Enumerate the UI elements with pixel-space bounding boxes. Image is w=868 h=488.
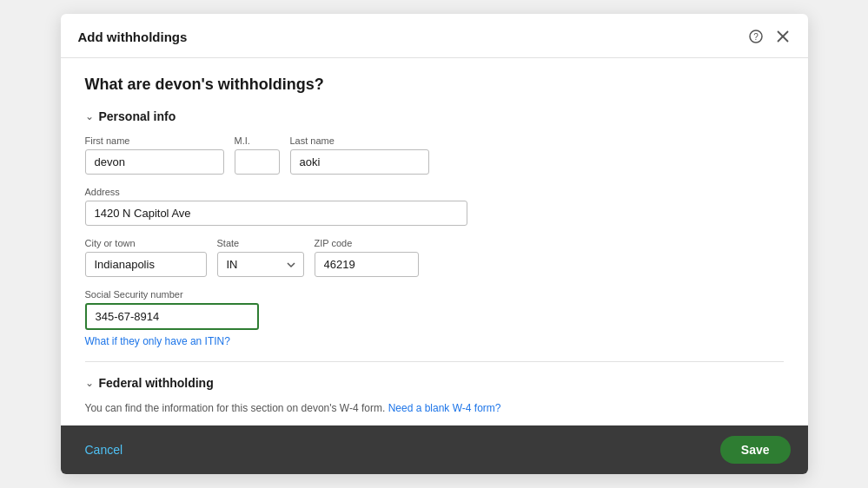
zip-label: ZIP code bbox=[315, 238, 419, 248]
state-group: State IN AL AK AZ CA bbox=[217, 238, 304, 277]
federal-section: ⌄ Federal withholding You can find the i… bbox=[85, 376, 784, 425]
address-label: Address bbox=[85, 187, 784, 197]
personal-info-section-header: ⌄ Personal info bbox=[85, 109, 784, 123]
federal-title: Federal withholding bbox=[99, 376, 214, 390]
last-name-input[interactable] bbox=[290, 149, 429, 175]
zip-input[interactable] bbox=[315, 252, 419, 277]
name-row: First name M.I. Last name bbox=[85, 135, 784, 175]
itin-link[interactable]: What if they only have an ITIN? bbox=[85, 335, 784, 347]
cancel-button[interactable]: Cancel bbox=[78, 439, 130, 460]
ssn-section: Social Security number What if they only… bbox=[85, 289, 784, 347]
first-name-input[interactable] bbox=[85, 149, 224, 175]
modal-title: Add withholdings bbox=[78, 30, 188, 44]
state-select[interactable]: IN AL AK AZ CA bbox=[217, 252, 304, 277]
personal-info-title: Personal info bbox=[99, 109, 176, 123]
mi-group: M.I. bbox=[235, 135, 280, 175]
mi-input[interactable] bbox=[235, 149, 280, 175]
modal: Add withholdings ? What are devo bbox=[61, 14, 808, 474]
federal-section-header: ⌄ Federal withholding bbox=[85, 376, 784, 390]
page-question: What are devon's withholdings? bbox=[85, 76, 784, 94]
last-name-group: Last name bbox=[290, 135, 429, 175]
city-label: City or town bbox=[85, 238, 207, 248]
last-name-label: Last name bbox=[290, 135, 429, 146]
modal-body: What are devon's withholdings? ⌄ Persona… bbox=[61, 58, 808, 425]
mi-label: M.I. bbox=[235, 135, 280, 146]
w4-link[interactable]: Need a blank W-4 form? bbox=[388, 402, 501, 414]
federal-description: You can find the information for this se… bbox=[85, 402, 784, 414]
modal-header: Add withholdings ? bbox=[61, 14, 808, 58]
help-button[interactable]: ? bbox=[747, 28, 765, 45]
close-icon bbox=[777, 30, 789, 43]
section-divider bbox=[85, 361, 784, 362]
address-group: Address bbox=[85, 187, 784, 226]
address-input[interactable] bbox=[85, 201, 467, 226]
city-input[interactable] bbox=[85, 252, 207, 277]
ssn-input[interactable] bbox=[85, 303, 259, 330]
chevron-down-icon: ⌄ bbox=[85, 110, 94, 122]
federal-chevron-icon: ⌄ bbox=[85, 377, 94, 389]
first-name-group: First name bbox=[85, 135, 224, 175]
city-group: City or town bbox=[85, 238, 207, 277]
modal-header-icons: ? bbox=[747, 28, 791, 45]
zip-group: ZIP code bbox=[315, 238, 419, 277]
help-icon: ? bbox=[749, 30, 763, 43]
city-state-zip-row: City or town State IN AL AK AZ CA ZIP co… bbox=[85, 238, 784, 277]
first-name-label: First name bbox=[85, 135, 224, 146]
ssn-label: Social Security number bbox=[85, 289, 784, 300]
state-label: State bbox=[217, 238, 304, 248]
screen: Add withholdings ? What are devo bbox=[0, 0, 868, 488]
ssn-group: Social Security number bbox=[85, 289, 784, 330]
modal-footer: Cancel Save bbox=[61, 425, 808, 474]
save-button[interactable]: Save bbox=[720, 436, 791, 464]
close-button[interactable] bbox=[775, 29, 791, 44]
svg-text:?: ? bbox=[753, 32, 759, 42]
